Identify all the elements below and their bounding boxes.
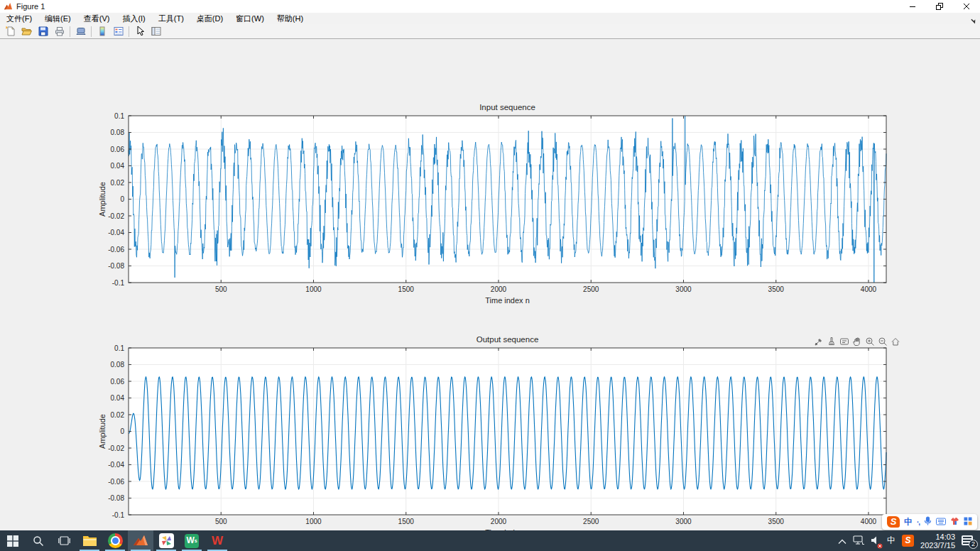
open-file-button[interactable] bbox=[18, 25, 35, 38]
menu-desktop[interactable]: 桌面(D) bbox=[190, 13, 229, 24]
print-button[interactable] bbox=[51, 25, 67, 38]
ime-punctuation-button[interactable]: ·, bbox=[917, 518, 920, 526]
y-tick-label: -0.1 bbox=[112, 279, 125, 287]
menu-view[interactable]: 查看(V) bbox=[77, 13, 116, 24]
window-controls bbox=[899, 0, 980, 13]
taskbar: Ws W 中 S 14:03 2023/7/15 bbox=[0, 530, 980, 551]
taskbar-app-pinwheel[interactable] bbox=[153, 530, 179, 551]
y-tick-label: 0 bbox=[120, 427, 124, 435]
minimize-icon[interactable] bbox=[899, 0, 926, 13]
x-axis-label: Time index n bbox=[485, 296, 530, 305]
x-tick-label: 3500 bbox=[768, 285, 785, 293]
save-button[interactable] bbox=[35, 25, 51, 38]
datatips-icon[interactable] bbox=[839, 337, 849, 347]
tray-network-icon[interactable] bbox=[853, 535, 864, 547]
tray-volume-muted-icon[interactable] bbox=[871, 535, 881, 547]
x-tick-label: 4000 bbox=[861, 285, 877, 293]
ime-chinese-mode-button[interactable]: 中 bbox=[904, 516, 913, 528]
ime-toolbox-icon[interactable] bbox=[964, 515, 972, 528]
close-icon[interactable] bbox=[953, 0, 980, 13]
y-tick-label: 0.04 bbox=[111, 162, 125, 170]
sogou-logo-icon[interactable]: S bbox=[887, 516, 900, 528]
y-tick-label: 0.1 bbox=[114, 112, 124, 120]
taskbar-app-wps-green[interactable]: Ws bbox=[179, 530, 205, 551]
ime-toolbar: S 中 ·, bbox=[882, 514, 977, 530]
menu-file[interactable]: 文件(F) bbox=[0, 13, 38, 24]
y-tick-label: -0.1 bbox=[112, 511, 125, 519]
taskbar-app-explorer[interactable] bbox=[77, 530, 102, 551]
new-figure-button[interactable] bbox=[2, 25, 18, 38]
y-tick-label: -0.04 bbox=[108, 229, 124, 236]
chrome-icon bbox=[108, 533, 123, 548]
figure-toolbar bbox=[0, 24, 980, 39]
y-tick-label: -0.08 bbox=[108, 262, 124, 270]
tray-sogou-icon[interactable]: S bbox=[902, 535, 914, 547]
wps-red-icon: W bbox=[212, 534, 223, 548]
x-tick-label: 2000 bbox=[491, 518, 507, 525]
tray-chevron-icon[interactable] bbox=[838, 535, 846, 547]
y-tick-label: -0.08 bbox=[108, 494, 124, 502]
notification-badge: 2 bbox=[969, 540, 978, 549]
search-button[interactable] bbox=[26, 530, 51, 551]
taskbar-app-wps-red[interactable]: W bbox=[205, 530, 230, 551]
y-tick-label: 0.02 bbox=[111, 179, 125, 187]
figure-canvas: 5001000150020002500300035004000-0.1-0.08… bbox=[0, 39, 980, 530]
taskbar-app-matlab[interactable] bbox=[128, 530, 153, 551]
y-tick-label: 0.04 bbox=[111, 394, 125, 402]
matlab-icon bbox=[133, 534, 148, 548]
input-sequence-plot: 5001000150020002500300035004000-0.1-0.08… bbox=[96, 102, 898, 316]
notification-center-button[interactable]: 2 bbox=[962, 535, 976, 547]
menu-insert[interactable]: 插入(I) bbox=[116, 13, 151, 24]
system-tray: 中 S 14:03 2023/7/15 2 bbox=[838, 533, 980, 550]
x-tick-label: 3000 bbox=[675, 518, 692, 525]
ime-mic-icon[interactable] bbox=[924, 515, 932, 528]
y-tick-label: 0 bbox=[120, 195, 124, 203]
ime-keyboard-icon[interactable] bbox=[936, 515, 946, 528]
x-tick-label: 500 bbox=[215, 518, 227, 525]
x-tick-label: 3000 bbox=[675, 285, 692, 293]
insert-legend-button[interactable] bbox=[110, 25, 126, 38]
y-tick-label: 0.06 bbox=[111, 378, 125, 386]
start-button[interactable] bbox=[0, 530, 26, 551]
wps-green-icon: Ws bbox=[185, 534, 199, 548]
y-tick-label: -0.02 bbox=[108, 212, 124, 220]
brush-icon[interactable] bbox=[827, 337, 837, 347]
axes-toolbar bbox=[814, 336, 900, 347]
export-icon[interactable] bbox=[814, 337, 824, 347]
x-tick-label: 1000 bbox=[305, 518, 322, 525]
property-inspector-button[interactable] bbox=[148, 25, 164, 38]
menu-edit[interactable]: 编辑(E) bbox=[38, 13, 77, 24]
menu-help[interactable]: 帮助(H) bbox=[271, 13, 310, 24]
x-tick-label: 1500 bbox=[398, 518, 415, 525]
y-tick-label: 0.06 bbox=[111, 146, 125, 153]
y-tick-label: -0.02 bbox=[108, 444, 124, 452]
x-tick-label: 500 bbox=[215, 285, 227, 293]
output-sequence-plot: 5001000150020002500300035004000-0.1-0.08… bbox=[96, 334, 898, 548]
y-tick-label: -0.06 bbox=[108, 246, 124, 253]
tray-clock[interactable]: 14:03 2023/7/15 bbox=[920, 533, 955, 550]
insert-colorbar-button[interactable] bbox=[94, 25, 110, 38]
taskbar-app-chrome[interactable] bbox=[102, 530, 128, 551]
x-tick-label: 1000 bbox=[305, 285, 322, 293]
x-tick-label: 1500 bbox=[398, 285, 415, 293]
restore-view-home-icon[interactable] bbox=[891, 337, 900, 347]
ime-skin-icon[interactable] bbox=[950, 515, 959, 528]
edit-plot-arrow-button[interactable] bbox=[131, 25, 148, 38]
zoom-in-icon[interactable] bbox=[865, 337, 875, 347]
task-view-button[interactable] bbox=[51, 530, 77, 551]
restore-icon[interactable] bbox=[926, 0, 953, 13]
x-tick-label: 2500 bbox=[583, 285, 599, 293]
y-tick-label: 0.02 bbox=[111, 411, 125, 419]
clock-time: 14:03 bbox=[920, 533, 955, 541]
y-axis-label: Amplitude bbox=[98, 182, 107, 217]
x-tick-label: 3500 bbox=[768, 518, 785, 525]
menu-window[interactable]: 窗口(W) bbox=[229, 13, 271, 24]
link-plot-button[interactable] bbox=[72, 25, 89, 38]
x-tick-label: 2500 bbox=[583, 518, 599, 525]
pan-icon[interactable] bbox=[852, 337, 862, 347]
menu-tools[interactable]: 工具(T) bbox=[152, 13, 190, 24]
tray-ime-indicator[interactable]: 中 bbox=[887, 535, 895, 547]
toolbar-overflow-icon[interactable] bbox=[970, 14, 976, 27]
chart-title: Output sequence bbox=[477, 335, 539, 344]
zoom-out-icon[interactable] bbox=[878, 337, 888, 347]
